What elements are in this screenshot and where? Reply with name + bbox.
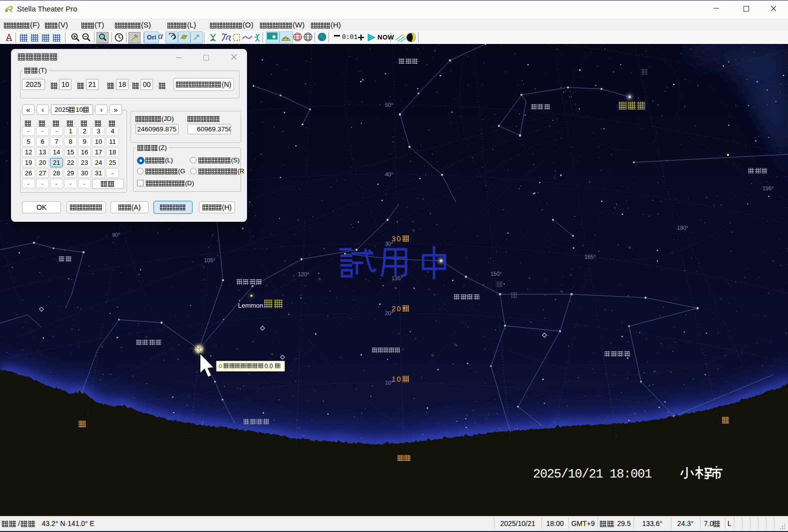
- svg-text:180°: 180°: [677, 225, 688, 231]
- svg-text:20°: 20°: [385, 310, 394, 316]
- svg-text:90°: 90°: [112, 232, 120, 238]
- svg-text:165°: 165°: [584, 254, 596, 260]
- svg-text:50°: 50°: [385, 102, 394, 108]
- svg-text:105°: 105°: [204, 257, 216, 263]
- svg-text:2025/10/21 18:001: 2025/10/21 18:001: [533, 467, 652, 482]
- svg-text:Lemmon: Lemmon: [238, 302, 264, 309]
- svg-text:195°: 195°: [762, 185, 774, 191]
- svg-text:40°: 40°: [385, 171, 394, 177]
- svg-text:10°: 10°: [385, 380, 394, 386]
- svg-text:150°: 150°: [490, 271, 502, 277]
- svg-text:30°: 30°: [385, 241, 394, 247]
- svg-text:0.0: 0.0: [264, 363, 273, 370]
- svg-text:120°: 120°: [298, 271, 310, 277]
